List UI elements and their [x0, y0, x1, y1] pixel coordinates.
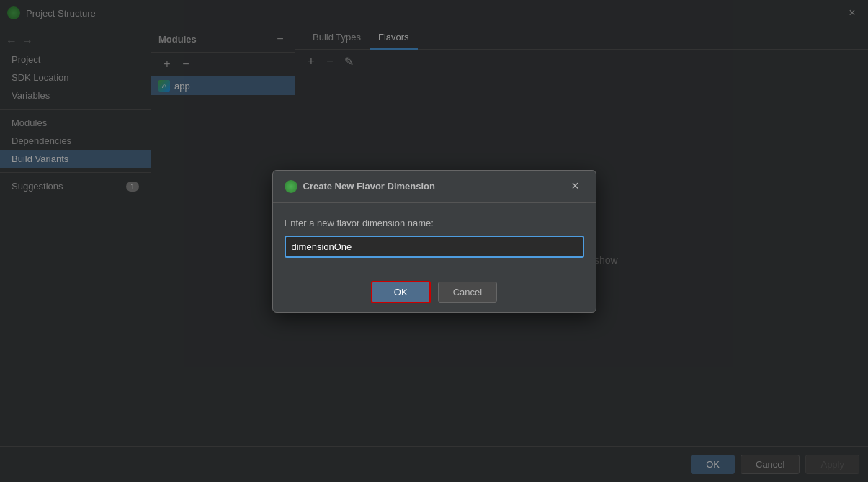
modal-close-button[interactable]: ×	[567, 178, 584, 195]
modal-dialog: Create New Flavor Dimension × Enter a ne…	[272, 170, 596, 313]
modal-cancel-button[interactable]: Cancel	[438, 282, 497, 303]
modal-footer: OK Cancel	[273, 272, 596, 312]
modal-body: Enter a new flavor dimension name:	[273, 203, 596, 272]
modal-title-area: Create New Flavor Dimension	[285, 180, 436, 193]
modal-app-icon	[285, 180, 297, 193]
modal-label: Enter a new flavor dimension name:	[285, 218, 584, 228]
modal-overlay: Create New Flavor Dimension × Enter a ne…	[0, 0, 868, 482]
dimension-name-input[interactable]	[285, 236, 584, 258]
modal-title: Create New Flavor Dimension	[303, 181, 436, 192]
modal-ok-button[interactable]: OK	[371, 281, 431, 303]
modal-header: Create New Flavor Dimension ×	[273, 171, 596, 203]
